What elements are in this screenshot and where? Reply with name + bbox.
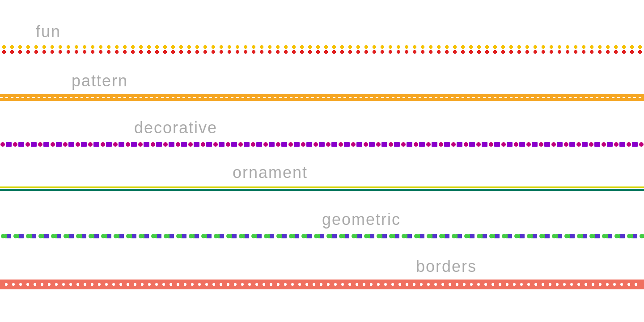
fun-label: fun <box>0 18 644 44</box>
section-borders: borders <box>0 253 644 289</box>
decorative-label: decorative <box>0 114 644 140</box>
section-fun: fun <box>0 18 644 55</box>
pattern-label: pattern <box>0 67 644 93</box>
section-geometric: geometric <box>0 206 644 240</box>
geometric-border-svg <box>0 233 644 240</box>
geometric-label: geometric <box>0 206 644 232</box>
ornament-border <box>0 186 644 192</box>
fun-dots-yellow <box>0 45 644 49</box>
borders-label: borders <box>0 253 644 279</box>
decorative-border <box>0 141 644 148</box>
svg-rect-2 <box>0 141 644 148</box>
decorative-border-svg <box>0 141 644 148</box>
pattern-border <box>0 94 644 101</box>
ornament-line-green <box>0 189 644 191</box>
section-ornament: ornament <box>0 159 644 192</box>
section-pattern: pattern <box>0 67 644 101</box>
fun-dots-red <box>0 50 644 54</box>
borders-border <box>0 280 644 289</box>
ornament-label: ornament <box>0 159 644 185</box>
svg-rect-5 <box>0 233 644 240</box>
fun-border <box>0 45 644 55</box>
section-decorative: decorative <box>0 114 644 148</box>
geometric-border <box>0 233 644 240</box>
ornament-line-yellow <box>0 186 644 188</box>
